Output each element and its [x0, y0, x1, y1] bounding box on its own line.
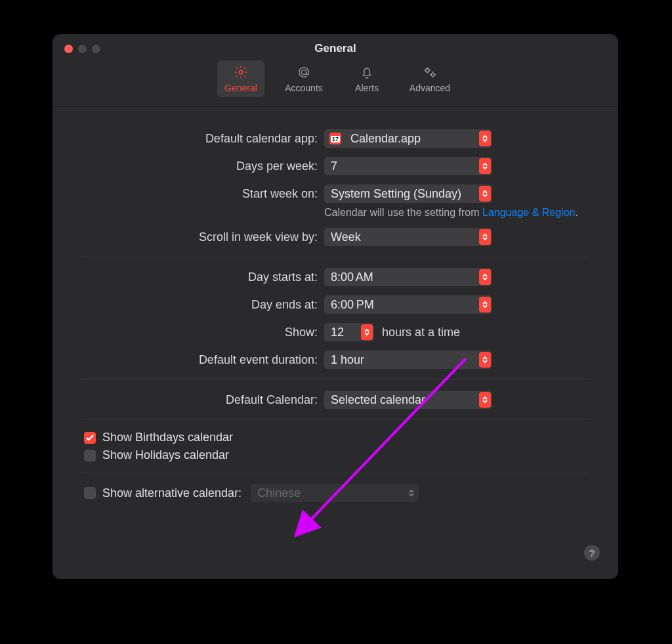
day-ends-label: Day ends at:	[81, 298, 324, 312]
alternative-calendar-select: Chinese	[251, 484, 419, 502]
updown-icon	[479, 352, 491, 368]
tab-label: Advanced	[410, 83, 450, 93]
show-birthdays-checkbox[interactable]	[84, 432, 96, 444]
divider	[81, 257, 589, 257]
svg-point-1	[301, 70, 306, 74]
days-per-week-label: Days per week:	[81, 160, 324, 173]
event-duration-label: Default event duration:	[81, 353, 324, 367]
show-holidays-row[interactable]: Show Holidays calendar	[84, 448, 589, 462]
tab-general[interactable]: General	[217, 60, 264, 97]
at-icon	[297, 64, 311, 80]
day-ends-select[interactable]: 6:00 PM	[324, 295, 492, 314]
tab-label: General	[224, 83, 257, 93]
svg-point-0	[239, 70, 243, 74]
updown-icon	[479, 229, 491, 245]
gear-icon	[234, 64, 248, 80]
language-region-link[interactable]: Language & Region	[482, 207, 575, 218]
calendar-app-icon: 17	[329, 133, 341, 144]
default-app-label: Default calendar app:	[81, 132, 324, 146]
default-calendar-select[interactable]: Selected calendar	[324, 391, 492, 409]
updown-icon	[479, 269, 491, 285]
show-birthdays-row[interactable]: Show Birthdays calendar	[84, 431, 589, 444]
updown-icon	[479, 131, 491, 146]
scroll-week-select[interactable]: Week	[324, 228, 492, 246]
select-value: 8:00 AM	[324, 270, 492, 284]
general-pane: Default calendar app: 17 Calendar.app Da…	[52, 107, 618, 502]
default-calendar-label: Default Calendar:	[81, 393, 324, 407]
show-holidays-checkbox[interactable]	[84, 450, 96, 462]
select-value: 6:00 PM	[324, 298, 492, 312]
select-value: 1 hour	[324, 353, 492, 367]
updown-icon	[479, 158, 491, 174]
bell-icon	[360, 64, 374, 80]
select-value: Selected calendar	[324, 393, 492, 407]
default-app-select[interactable]: 17 Calendar.app	[324, 129, 492, 148]
checkbox-label: Show Birthdays calendar	[102, 431, 233, 444]
tab-label: Alerts	[355, 83, 379, 93]
tab-advanced[interactable]: Advanced	[406, 60, 453, 97]
updown-icon	[479, 297, 491, 312]
day-starts-select[interactable]: 8:00 AM	[324, 268, 492, 286]
show-hours-select[interactable]: 12	[324, 323, 374, 341]
scroll-week-label: Scroll in week view by:	[81, 230, 324, 244]
gears-icon	[423, 64, 437, 80]
show-hours-suffix: hours at a time	[382, 326, 460, 339]
divider	[81, 419, 589, 420]
select-value: System Setting (Sunday)	[324, 187, 492, 201]
svg-point-2	[426, 69, 430, 73]
checkbox-label: Show Holidays calendar	[102, 448, 229, 462]
help-button[interactable]: ?	[584, 545, 600, 561]
select-value: Chinese	[251, 486, 419, 500]
day-starts-label: Day starts at:	[81, 270, 324, 284]
updown-icon	[407, 486, 416, 500]
checkbox-label: Show alternative calendar:	[102, 486, 242, 500]
updown-icon	[479, 392, 491, 408]
tab-label: Accounts	[285, 83, 323, 93]
select-value: Calendar.app	[344, 132, 492, 146]
preferences-window: General General Accounts Alerts Advanced	[52, 34, 618, 579]
updown-icon	[361, 324, 373, 340]
show-alternative-checkbox[interactable]	[84, 487, 96, 499]
svg-point-3	[431, 73, 434, 76]
event-duration-select[interactable]: 1 hour	[324, 351, 492, 369]
start-week-label: Start week on:	[81, 187, 324, 201]
select-value: Week	[324, 230, 492, 244]
tab-alerts[interactable]: Alerts	[343, 60, 390, 97]
show-hours-label: Show:	[81, 326, 324, 339]
window-title: General	[52, 42, 618, 55]
divider	[81, 379, 589, 380]
divider	[81, 473, 589, 473]
show-alternative-row[interactable]: Show alternative calendar: Chinese	[84, 484, 589, 502]
updown-icon	[479, 186, 491, 202]
select-value: 7	[324, 160, 492, 173]
start-week-hint: Calendar will use the setting from Langu…	[324, 207, 589, 219]
days-per-week-select[interactable]: 7	[324, 157, 492, 175]
titlebar: General	[52, 34, 618, 58]
preferences-toolbar: General Accounts Alerts Advanced	[52, 60, 618, 107]
tab-accounts[interactable]: Accounts	[280, 60, 327, 97]
start-week-select[interactable]: System Setting (Sunday)	[324, 184, 492, 203]
